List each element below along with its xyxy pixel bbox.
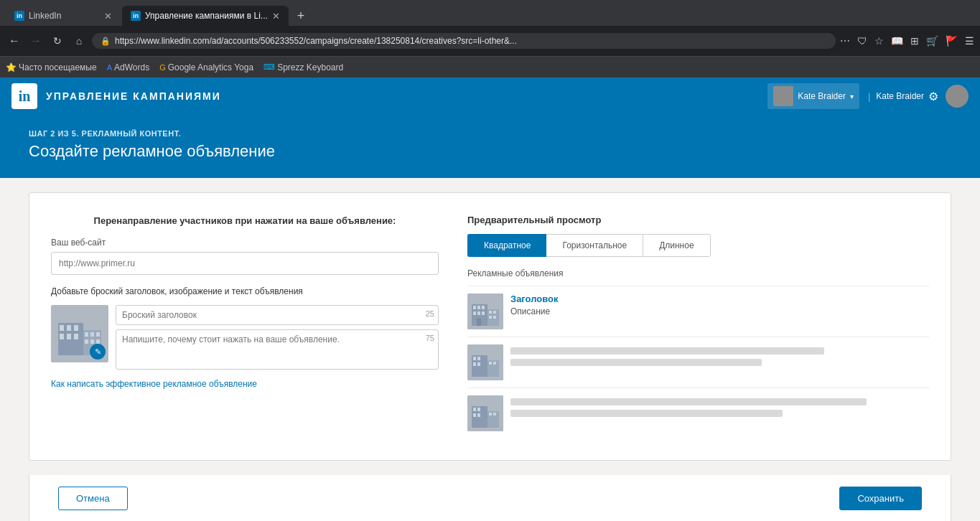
svg-rect-12 [96,332,100,337]
cart-icon[interactable]: 🛒 [926,35,938,47]
svg-rect-41 [473,408,476,411]
bookmark-google-analytics[interactable]: G Google Analytics Yoga [159,62,253,72]
ad-preview-placeholder-3 [510,395,929,417]
browser-tabs-bar: in LinkedIn ✕ in Управление кампаниями в… [0,0,980,26]
settings-icon[interactable]: ⚙ [928,90,938,103]
header-user-name: Kate Braider [876,91,924,101]
chevron-down-icon: ▾ [850,93,854,100]
header-title: УПРАВЛЕНИЕ КАМПАНИЯМИ [46,90,767,102]
ad-thumb-2 [467,344,503,380]
ads-label: Рекламные объявления [467,268,929,278]
body-textarea[interactable] [116,329,439,370]
svg-rect-6 [67,334,71,339]
bookmark-icon-2: A [107,63,112,72]
svg-rect-34 [473,362,476,366]
cancel-button[interactable]: Отмена [58,487,128,510]
svg-rect-8 [65,344,73,355]
preview-tabs: Квадратное Горизонтальное Длинное [467,234,929,257]
tab-close-2[interactable]: ✕ [272,11,280,22]
svg-rect-19 [477,306,480,309]
ad-preview-item-3 [467,388,929,438]
ad-description-1: Описание [510,306,559,316]
tab-long[interactable]: Длинное [643,234,710,257]
browser-window: in LinkedIn ✕ in Управление кампаниями в… [0,0,980,521]
new-tab-button[interactable]: + [290,6,312,26]
ad-image-placeholder[interactable]: ✎ [51,305,108,362]
tab-favicon-2: in [131,11,141,21]
header-user-avatar[interactable] [946,85,969,108]
placeholder-line-3b [510,410,783,417]
svg-rect-33 [477,357,480,360]
page-footer: Отмена Сохранить [29,475,951,521]
help-link[interactable]: Как написать эффективное рекламное объяв… [51,379,257,389]
tab-square[interactable]: Квадратное [467,234,546,257]
address-bar[interactable]: 🔒 https://www.linkedin.com/ad/accounts/5… [92,33,836,49]
save-button[interactable]: Сохранить [839,487,922,510]
menu-icon[interactable]: ☰ [965,35,974,47]
compose-fields: 25 75 [116,305,439,372]
bookmark-icon-1: ⭐ [6,62,17,72]
pocket-icon[interactable]: 🛡 [857,35,867,47]
svg-rect-46 [489,413,492,416]
lock-icon: 🔒 [101,37,111,46]
website-input[interactable] [51,252,439,275]
back-button[interactable]: ← [6,34,23,47]
right-panel: Предварительный просмотр Квадратное Гори… [467,215,929,438]
redirect-section-title: Перенаправление участников при нажатии н… [51,215,439,227]
browser-toolbar-icons: ⋯ 🛡 ☆ 📖 ⊞ 🛒 🚩 ☰ [840,35,974,47]
headline-input[interactable] [116,305,439,325]
svg-rect-4 [74,325,78,331]
svg-rect-24 [477,319,481,326]
headline-char-count: 25 [426,309,434,318]
url-text: https://www.linkedin.com/ad/accounts/506… [115,36,827,46]
svg-rect-42 [477,408,480,411]
svg-rect-35 [477,362,480,366]
svg-rect-20 [482,306,485,309]
ad-compose: ✎ 25 75 [51,305,439,372]
bookmark-frequent[interactable]: ⭐ Часто посещаемые [6,62,97,72]
svg-rect-18 [473,306,476,309]
body-field: 75 [116,329,439,372]
home-button[interactable]: ⌂ [70,35,88,47]
website-field-group: Ваш веб-сайт [51,238,439,275]
bookmark-sprezz[interactable]: ⌨ Sprezz Keyboard [263,62,343,72]
svg-rect-37 [489,362,492,365]
left-panel: Перенаправление участников при нажатии н… [51,215,439,438]
ad-thumb-building-3 [467,395,503,431]
website-label: Ваш веб-сайт [51,238,439,248]
tab-horizontal[interactable]: Горизонтальное [546,234,643,257]
star-icon[interactable]: ☆ [874,35,884,47]
svg-rect-3 [67,325,71,331]
svg-rect-32 [473,357,476,360]
flag-icon[interactable]: 🚩 [946,35,958,47]
tab-close-1[interactable]: ✕ [104,11,112,22]
svg-rect-13 [85,339,88,344]
header-account-selector[interactable]: Kate Braider ▾ [767,83,859,109]
browser-tab-inactive[interactable]: in LinkedIn ✕ [6,6,121,26]
bookmark-adwords[interactable]: A AdWords [107,62,149,72]
forward-button[interactable]: → [27,34,45,47]
body-char-count: 75 [426,334,434,342]
preview-title: Предварительный просмотр [467,215,929,225]
svg-rect-22 [477,311,480,315]
ad-headline-1: Заголовок [510,294,559,304]
svg-rect-27 [493,311,496,314]
svg-rect-44 [477,413,480,417]
sidebar-icon[interactable]: ⊞ [910,35,919,47]
ad-thumb-1 [467,294,503,329]
ad-preview-item-2 [467,337,929,388]
svg-rect-7 [74,334,78,339]
linkedin-app: in УПРАВЛЕНИЕ КАМПАНИЯМИ Kate Braider ▾ … [0,78,980,521]
ad-preview-text-1: Заголовок Описание [510,294,559,316]
ad-thumb-3 [467,395,503,431]
linkedin-header: in УПРАВЛЕНИЕ КАМПАНИЯМИ Kate Braider ▾ … [0,78,980,115]
browser-tab-active[interactable]: in Управление кампаниями в Li... ✕ [122,6,289,26]
tab-label-1: LinkedIn [29,11,100,21]
extensions-icon[interactable]: ⋯ [840,35,850,47]
placeholder-line-3a [510,398,867,405]
ad-thumb-building-2 [467,344,503,380]
refresh-button[interactable]: ↻ [49,35,66,47]
reader-icon[interactable]: 📖 [891,35,903,47]
header-divider: | [868,91,870,102]
ad-thumb-building-1 [467,294,503,329]
